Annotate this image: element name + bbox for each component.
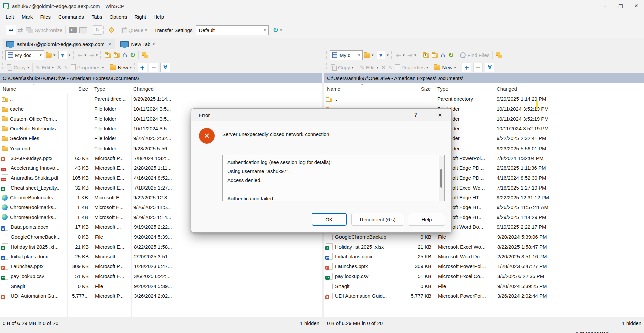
home-directory-button[interactable]: ⌂ xyxy=(121,50,128,60)
back-button[interactable]: ← ▾ xyxy=(395,50,406,60)
drive-combo[interactable]: My doc ▾ xyxy=(5,50,44,60)
menu-item[interactable]: Help xyxy=(150,12,168,22)
add-filter-button[interactable]: + xyxy=(138,63,147,72)
tree-view-button[interactable] xyxy=(140,50,149,60)
table-row[interactable]: UDI Automation Guid... 5,777 KB Microsof… xyxy=(324,291,644,301)
sync-arrows-icon[interactable]: ⇄ xyxy=(16,25,24,35)
menu-item[interactable]: Files xyxy=(36,12,55,22)
table-row[interactable]: Snagit 0 KB File 9/20/2024 5:39:25 PM xyxy=(324,281,644,291)
transfer-settings-label: Transfer Settings xyxy=(154,27,193,33)
edit-button[interactable]: ✎ Edit ▾ xyxy=(34,62,56,73)
dialog-close-icon[interactable]: ✕ xyxy=(434,109,446,121)
refresh-button[interactable]: ↻ xyxy=(447,50,455,60)
table-row[interactable]: Holiday list 2025 .xlsx 21 KB Microsoft … xyxy=(324,242,644,251)
column-header-changed[interactable]: Changed xyxy=(133,86,182,92)
transfer-settings-combo[interactable]: Default ▾ xyxy=(196,25,269,35)
table-row[interactable]: pay lookup.csv 51 KB Microsoft Excel Co.… xyxy=(324,271,644,281)
column-header-size[interactable]: Size xyxy=(67,86,90,92)
table-row[interactable]: GoogleChromeBackup 0 KB File 9/20/2024 5… xyxy=(324,232,644,242)
transfer-preset-button[interactable]: ↻ ▾ xyxy=(271,25,283,35)
minimize-button[interactable]: – xyxy=(598,0,613,12)
table-row[interactable]: UDI Automation Gu... 5,777... Microsoft … xyxy=(0,291,322,301)
new-button[interactable]: New ▾ xyxy=(433,62,457,73)
session-tab[interactable]: ashuk97@goldmkt-edge.gso.aexp.com ✕ xyxy=(3,39,115,49)
table-row[interactable]: Launches.pptx 309 KB Microsoft P... 1/28… xyxy=(0,261,322,271)
tab-close-icon[interactable]: ✕ xyxy=(108,42,111,47)
root-directory-button[interactable]: \ xyxy=(112,50,121,60)
drive-combo[interactable]: My d ▾ xyxy=(330,50,363,60)
copy-button[interactable]: Copy ▾ xyxy=(5,62,31,73)
menu-item[interactable]: Mark xyxy=(18,12,36,22)
rename-button[interactable]: ✎ xyxy=(387,62,394,73)
reconnect-button[interactable]: Reconnect (6 s) xyxy=(351,213,404,226)
forward-button[interactable]: → ▾ xyxy=(406,50,418,60)
table-row[interactable]: Holiday list 2025 .xl... 21 KB Microsoft… xyxy=(0,242,322,251)
menu-item[interactable]: Commands xyxy=(55,12,88,22)
remote-path-bar[interactable]: C:\Users\ashuk97\OneDrive - American Exp… xyxy=(324,73,644,83)
edit-button[interactable]: ✎ Edit ▾ xyxy=(359,62,380,73)
table-row[interactable]: .. Parent direc... 9/29/2025 1:14... xyxy=(0,94,322,104)
filter-toggle-button[interactable]: ∀ xyxy=(160,63,170,72)
commander-toggle-icon[interactable]: ↔ xyxy=(6,25,16,35)
error-dialog: Error ? ✕ ✕ Server unexpectedly closed n… xyxy=(191,108,452,233)
open-directory-button[interactable]: ▾ xyxy=(363,50,375,60)
add-filter-button[interactable]: + xyxy=(462,63,471,72)
dialog-help-icon[interactable]: ? xyxy=(410,109,421,121)
authentication-log-box[interactable]: Authentication log (see session log for … xyxy=(222,155,445,201)
filter-toggle-button[interactable]: ∀ xyxy=(485,63,494,72)
file-size: 32 KB xyxy=(68,185,91,191)
root-directory-button[interactable]: \ xyxy=(431,50,439,60)
maximize-button[interactable]: □ xyxy=(613,0,629,12)
rename-button[interactable]: ✎ xyxy=(63,62,69,73)
home-directory-button[interactable]: ⌂ xyxy=(439,50,446,60)
scrollbar-thumb[interactable] xyxy=(440,169,442,188)
column-header-size[interactable]: Size xyxy=(400,86,433,92)
delete-button[interactable]: ✕ xyxy=(380,62,387,73)
synchronize-button[interactable]: Synchronize xyxy=(24,25,64,35)
menu-item[interactable]: Right xyxy=(131,12,150,22)
table-row[interactable]: Snagit 0 KB File 9/20/2024 5:39... xyxy=(0,281,322,291)
table-row[interactable]: Initial plans.docx 25 KB Microsoft Word … xyxy=(324,252,644,261)
close-button[interactable]: ✕ xyxy=(629,0,644,12)
file-changed: 9/22/2025 12:3... xyxy=(133,195,182,200)
table-row[interactable]: Launches.pptx 309 KB Microsoft PowerPoi.… xyxy=(324,261,644,271)
filter-button[interactable]: ▼ ▾ xyxy=(375,50,390,60)
parent-directory-button[interactable]: ↑ xyxy=(422,50,431,60)
parent-directory-button[interactable]: ↑ xyxy=(104,50,112,60)
delete-button[interactable]: ✕ xyxy=(55,62,63,73)
refresh-button[interactable]: ↻ xyxy=(129,50,137,60)
table-row[interactable]: .. Parent directory 9/29/2025 1:14:29 PM xyxy=(324,94,644,104)
open-session-button[interactable] xyxy=(78,25,89,35)
table-row[interactable]: GoogleChromeBack... 0 KB File 9/20/2024 … xyxy=(0,232,322,242)
filter-button[interactable]: ▼ ▾ xyxy=(57,50,72,60)
remove-filter-button[interactable]: − xyxy=(473,63,483,72)
file-name: pay lookup.csv xyxy=(8,273,68,279)
column-header-type[interactable]: Type xyxy=(94,86,130,92)
ok-button[interactable]: OK xyxy=(312,213,347,226)
column-header-changed[interactable]: Changed xyxy=(497,86,564,92)
open-console-button[interactable]: >_ xyxy=(67,25,78,35)
forward-button[interactable]: → ▾ xyxy=(88,50,99,60)
new-tab-button[interactable]: New Tab ▾ xyxy=(117,39,158,49)
properties-button[interactable]: Properties ▾ xyxy=(69,62,105,73)
back-button[interactable]: ← ▾ xyxy=(76,50,88,60)
tree-view-button[interactable] xyxy=(494,50,503,60)
find-files-button[interactable]: Find Files xyxy=(459,50,491,60)
table-row[interactable]: Initial plans.docx 25 KB Microsoft ... 2… xyxy=(0,252,322,261)
new-button[interactable]: New ▾ xyxy=(109,62,133,73)
local-path-bar[interactable]: C:\Users\ashuk97\OneDrive - American Exp… xyxy=(0,73,322,83)
column-header-type[interactable]: Type xyxy=(437,86,491,92)
queue-button[interactable]: Queue ▾ xyxy=(120,25,148,35)
menu-item[interactable]: Options xyxy=(106,12,131,22)
remove-filter-button[interactable]: − xyxy=(149,63,158,72)
log-scrollbar[interactable] xyxy=(439,156,444,201)
help-button[interactable]: Help xyxy=(408,213,445,226)
refresh-disabled-icon[interactable]: ↻ xyxy=(93,25,102,35)
open-directory-button[interactable]: ▾ xyxy=(44,50,57,60)
menu-item[interactable]: Left xyxy=(2,12,18,22)
copy-button[interactable]: Copy ▾ xyxy=(330,62,355,73)
table-row[interactable]: pay lookup.csv 51 KB Microsoft E... 3/6/… xyxy=(0,271,322,281)
menu-item[interactable]: Tabs xyxy=(88,12,106,22)
properties-button[interactable]: Properties ▾ xyxy=(394,62,430,73)
preferences-gear-icon[interactable]: ⚙ xyxy=(107,25,116,35)
